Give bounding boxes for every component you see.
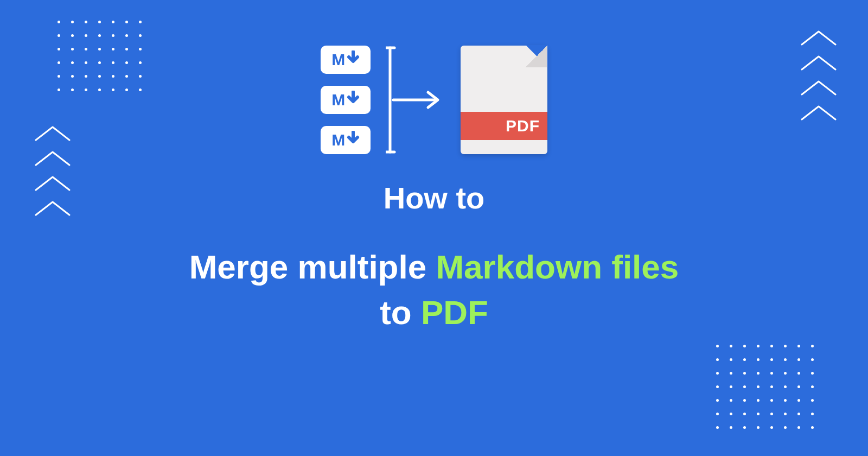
pdf-band-label: PDF (461, 112, 547, 140)
page-title: Merge multiple Markdown files to PDF (108, 244, 760, 335)
markdown-badge: M (321, 126, 371, 154)
markdown-badge: M (321, 86, 371, 114)
pdf-document-icon: PDF (461, 46, 547, 154)
title-accent: Markdown files (436, 248, 679, 286)
dot-grid-decoration (58, 21, 142, 91)
chevron-stack-decoration (34, 124, 72, 217)
chevron-stack-decoration (800, 28, 838, 122)
markdown-badge-letter: M (331, 50, 345, 69)
chevron-up-icon (800, 103, 838, 122)
markdown-badge-letter: M (331, 91, 345, 109)
subtitle: How to (384, 180, 485, 216)
arrow-down-icon (347, 91, 360, 110)
chevron-up-icon (34, 174, 72, 192)
merge-arrow-icon (386, 46, 445, 154)
arrow-down-icon (347, 50, 360, 69)
markdown-badge-letter: M (331, 131, 345, 149)
title-accent: PDF (421, 294, 488, 331)
hero-graphic: M M M PDF (321, 46, 547, 154)
chevron-up-icon (34, 149, 72, 167)
arrow-down-icon (347, 131, 360, 150)
dot-grid-decoration (716, 345, 814, 429)
chevron-up-icon (800, 28, 838, 47)
chevron-up-icon (34, 199, 72, 217)
title-text: Merge multiple (189, 248, 436, 286)
markdown-badge-stack: M M M (321, 46, 371, 154)
markdown-badge: M (321, 46, 371, 74)
title-text: to (380, 294, 421, 331)
chevron-up-icon (800, 78, 838, 97)
chevron-up-icon (800, 53, 838, 72)
chevron-up-icon (34, 124, 72, 142)
